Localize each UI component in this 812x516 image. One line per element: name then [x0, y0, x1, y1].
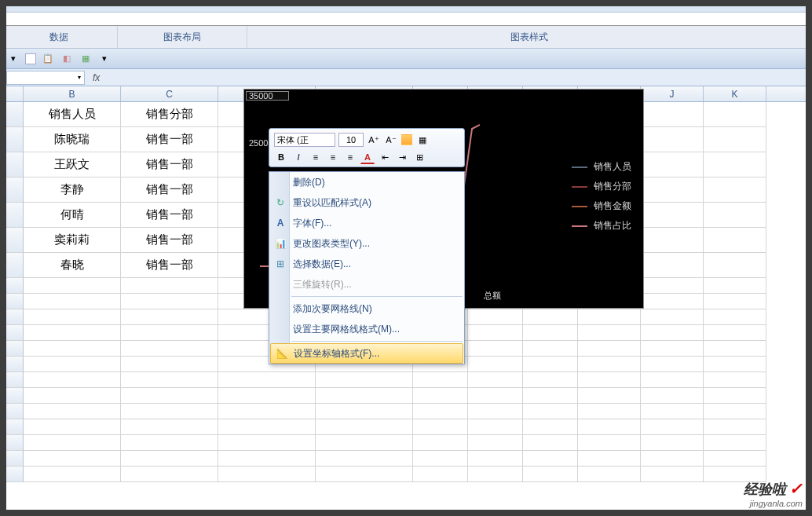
cell[interactable]: [413, 467, 468, 482]
row-header[interactable]: [0, 341, 24, 357]
fx-label[interactable]: fx: [93, 72, 100, 83]
cell[interactable]: [641, 404, 704, 419]
cell[interactable]: 李静: [24, 177, 121, 203]
cell[interactable]: [523, 419, 578, 435]
italic-button[interactable]: I: [291, 150, 305, 164]
font-color-button[interactable]: A: [360, 150, 375, 164]
cell[interactable]: [24, 309, 121, 325]
cell[interactable]: [24, 451, 121, 467]
cell[interactable]: [413, 372, 468, 388]
select-all-corner[interactable]: [0, 86, 24, 101]
cell[interactable]: [641, 294, 704, 309]
cell[interactable]: [413, 451, 468, 467]
cell[interactable]: [641, 102, 704, 127]
ctx-font[interactable]: A字体(F)...: [269, 213, 464, 233]
cell[interactable]: [24, 357, 121, 372]
cell[interactable]: [578, 467, 641, 482]
cell[interactable]: [578, 372, 641, 388]
merge-button[interactable]: ⊞: [412, 150, 426, 164]
cell[interactable]: [316, 372, 413, 388]
cell[interactable]: [413, 388, 468, 404]
cell[interactable]: 王跃文: [24, 152, 121, 177]
cell[interactable]: [704, 152, 766, 177]
name-box[interactable]: ▾: [6, 71, 85, 85]
cell[interactable]: [468, 419, 523, 435]
row-header[interactable]: [0, 228, 24, 253]
legend-item[interactable]: 销售人员: [572, 160, 631, 174]
font-family-select[interactable]: [274, 133, 335, 147]
cell[interactable]: 销售一部: [121, 203, 218, 228]
cell[interactable]: [218, 467, 316, 482]
ctx-format-major-gridlines[interactable]: 设置主要网格线格式(M)...: [269, 319, 464, 339]
border-button[interactable]: ▦: [415, 133, 430, 147]
cell[interactable]: [704, 177, 766, 203]
cell[interactable]: [121, 357, 218, 372]
cell[interactable]: [704, 203, 766, 228]
cell[interactable]: [523, 404, 578, 419]
cell[interactable]: [468, 357, 523, 372]
row-header[interactable]: [0, 309, 24, 325]
bold-button[interactable]: B: [274, 150, 288, 164]
row-header[interactable]: [0, 404, 24, 419]
qat-item[interactable]: ▾: [97, 52, 112, 66]
cell[interactable]: [413, 435, 468, 451]
ctx-reset-style[interactable]: ↻重设以匹配样式(A): [269, 192, 464, 213]
legend-item[interactable]: 销售金额: [572, 199, 631, 213]
cell[interactable]: [704, 228, 766, 253]
cell[interactable]: [523, 309, 578, 325]
cell[interactable]: [316, 419, 413, 435]
cell[interactable]: [704, 309, 766, 325]
column-header[interactable]: J: [641, 86, 704, 101]
cell[interactable]: [468, 451, 523, 467]
cell[interactable]: [578, 341, 641, 357]
cell[interactable]: [218, 372, 316, 388]
increase-font-button[interactable]: A⁺: [367, 133, 381, 147]
cell[interactable]: [704, 388, 766, 404]
cell[interactable]: [24, 467, 121, 482]
decrease-indent-button[interactable]: ⇤: [378, 150, 392, 164]
cell[interactable]: [578, 388, 641, 404]
row-header[interactable]: [0, 419, 24, 435]
cell[interactable]: [641, 228, 704, 253]
cell[interactable]: [24, 341, 121, 357]
row-header[interactable]: [0, 294, 24, 309]
column-header[interactable]: K: [704, 86, 766, 101]
cell[interactable]: [704, 278, 766, 294]
cell[interactable]: [468, 467, 523, 482]
cell[interactable]: [578, 325, 641, 341]
cell[interactable]: 销售一部: [121, 152, 218, 177]
ribbon-group-chart-layout[interactable]: 图表布局: [118, 26, 247, 48]
qat-item[interactable]: 📋: [41, 52, 55, 66]
row-header[interactable]: [0, 102, 24, 127]
cell[interactable]: [704, 253, 766, 278]
cell[interactable]: [523, 435, 578, 451]
cell[interactable]: [24, 435, 121, 451]
row-header[interactable]: [0, 278, 24, 294]
font-size-select[interactable]: [338, 133, 364, 147]
cell[interactable]: [704, 372, 766, 388]
qat-item[interactable]: ▦: [79, 52, 93, 66]
cell[interactable]: 销售一部: [121, 177, 218, 203]
cell[interactable]: [523, 341, 578, 357]
cell[interactable]: [468, 435, 523, 451]
align-left-button[interactable]: ≡: [309, 150, 323, 164]
cell[interactable]: [316, 388, 413, 404]
cell[interactable]: [704, 341, 766, 357]
cell[interactable]: [523, 372, 578, 388]
cell[interactable]: [641, 357, 704, 372]
dropdown-arrow-icon[interactable]: ▾: [78, 74, 81, 81]
cell[interactable]: [523, 451, 578, 467]
row-header[interactable]: [0, 467, 24, 482]
decrease-font-button[interactable]: A⁻: [384, 133, 398, 147]
cell[interactable]: [704, 419, 766, 435]
align-right-button[interactable]: ≡: [343, 150, 357, 164]
cell[interactable]: [578, 309, 641, 325]
cell[interactable]: 销售分部: [121, 102, 218, 127]
cell[interactable]: [704, 357, 766, 372]
cell[interactable]: [641, 341, 704, 357]
cell[interactable]: [468, 309, 523, 325]
cell[interactable]: [121, 294, 218, 309]
row-header[interactable]: [0, 325, 24, 341]
cell[interactable]: [578, 451, 641, 467]
ctx-delete[interactable]: 删除(D): [269, 172, 464, 192]
